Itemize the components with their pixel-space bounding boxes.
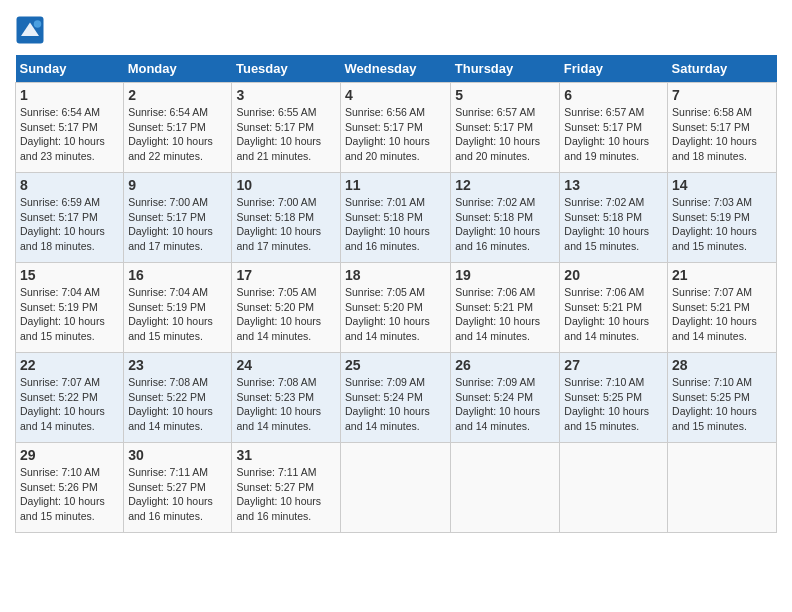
calendar-cell: 7Sunrise: 6:58 AM Sunset: 5:17 PM Daylig… — [668, 83, 777, 173]
calendar-cell: 14Sunrise: 7:03 AM Sunset: 5:19 PM Dayli… — [668, 173, 777, 263]
calendar-cell: 4Sunrise: 6:56 AM Sunset: 5:17 PM Daylig… — [341, 83, 451, 173]
day-info: Sunrise: 7:10 AM Sunset: 5:25 PM Dayligh… — [672, 375, 772, 434]
calendar-cell: 23Sunrise: 7:08 AM Sunset: 5:22 PM Dayli… — [124, 353, 232, 443]
calendar-week-row: 8Sunrise: 6:59 AM Sunset: 5:17 PM Daylig… — [16, 173, 777, 263]
day-number: 17 — [236, 267, 336, 283]
day-info: Sunrise: 7:09 AM Sunset: 5:24 PM Dayligh… — [455, 375, 555, 434]
calendar-cell: 25Sunrise: 7:09 AM Sunset: 5:24 PM Dayli… — [341, 353, 451, 443]
day-info: Sunrise: 7:06 AM Sunset: 5:21 PM Dayligh… — [455, 285, 555, 344]
day-number: 31 — [236, 447, 336, 463]
weekday-header: Saturday — [668, 55, 777, 83]
day-info: Sunrise: 7:11 AM Sunset: 5:27 PM Dayligh… — [236, 465, 336, 524]
day-number: 16 — [128, 267, 227, 283]
logo-icon — [15, 15, 45, 45]
weekday-row: SundayMondayTuesdayWednesdayThursdayFrid… — [16, 55, 777, 83]
day-info: Sunrise: 7:00 AM Sunset: 5:18 PM Dayligh… — [236, 195, 336, 254]
day-info: Sunrise: 6:57 AM Sunset: 5:17 PM Dayligh… — [564, 105, 663, 164]
calendar-cell: 6Sunrise: 6:57 AM Sunset: 5:17 PM Daylig… — [560, 83, 668, 173]
day-info: Sunrise: 6:54 AM Sunset: 5:17 PM Dayligh… — [128, 105, 227, 164]
calendar-week-row: 1Sunrise: 6:54 AM Sunset: 5:17 PM Daylig… — [16, 83, 777, 173]
calendar-body: 1Sunrise: 6:54 AM Sunset: 5:17 PM Daylig… — [16, 83, 777, 533]
calendar-cell: 26Sunrise: 7:09 AM Sunset: 5:24 PM Dayli… — [451, 353, 560, 443]
day-number: 21 — [672, 267, 772, 283]
day-info: Sunrise: 7:11 AM Sunset: 5:27 PM Dayligh… — [128, 465, 227, 524]
day-number: 18 — [345, 267, 446, 283]
calendar-cell: 15Sunrise: 7:04 AM Sunset: 5:19 PM Dayli… — [16, 263, 124, 353]
calendar-cell — [451, 443, 560, 533]
calendar-week-row: 15Sunrise: 7:04 AM Sunset: 5:19 PM Dayli… — [16, 263, 777, 353]
day-info: Sunrise: 7:02 AM Sunset: 5:18 PM Dayligh… — [455, 195, 555, 254]
day-info: Sunrise: 7:08 AM Sunset: 5:22 PM Dayligh… — [128, 375, 227, 434]
calendar-cell — [341, 443, 451, 533]
calendar-cell: 10Sunrise: 7:00 AM Sunset: 5:18 PM Dayli… — [232, 173, 341, 263]
day-info: Sunrise: 7:06 AM Sunset: 5:21 PM Dayligh… — [564, 285, 663, 344]
logo — [15, 15, 49, 45]
day-number: 4 — [345, 87, 446, 103]
day-number: 29 — [20, 447, 119, 463]
day-number: 7 — [672, 87, 772, 103]
day-number: 27 — [564, 357, 663, 373]
day-info: Sunrise: 7:00 AM Sunset: 5:17 PM Dayligh… — [128, 195, 227, 254]
day-info: Sunrise: 7:10 AM Sunset: 5:26 PM Dayligh… — [20, 465, 119, 524]
weekday-header: Thursday — [451, 55, 560, 83]
calendar-cell: 13Sunrise: 7:02 AM Sunset: 5:18 PM Dayli… — [560, 173, 668, 263]
weekday-header: Wednesday — [341, 55, 451, 83]
day-number: 22 — [20, 357, 119, 373]
day-number: 3 — [236, 87, 336, 103]
day-number: 8 — [20, 177, 119, 193]
calendar-cell: 21Sunrise: 7:07 AM Sunset: 5:21 PM Dayli… — [668, 263, 777, 353]
calendar-cell: 16Sunrise: 7:04 AM Sunset: 5:19 PM Dayli… — [124, 263, 232, 353]
calendar-cell: 27Sunrise: 7:10 AM Sunset: 5:25 PM Dayli… — [560, 353, 668, 443]
calendar-cell: 24Sunrise: 7:08 AM Sunset: 5:23 PM Dayli… — [232, 353, 341, 443]
day-number: 11 — [345, 177, 446, 193]
calendar-cell: 22Sunrise: 7:07 AM Sunset: 5:22 PM Dayli… — [16, 353, 124, 443]
calendar-cell: 11Sunrise: 7:01 AM Sunset: 5:18 PM Dayli… — [341, 173, 451, 263]
day-number: 23 — [128, 357, 227, 373]
day-info: Sunrise: 6:57 AM Sunset: 5:17 PM Dayligh… — [455, 105, 555, 164]
day-number: 13 — [564, 177, 663, 193]
calendar-cell: 1Sunrise: 6:54 AM Sunset: 5:17 PM Daylig… — [16, 83, 124, 173]
day-info: Sunrise: 7:07 AM Sunset: 5:21 PM Dayligh… — [672, 285, 772, 344]
day-info: Sunrise: 6:54 AM Sunset: 5:17 PM Dayligh… — [20, 105, 119, 164]
calendar-header: SundayMondayTuesdayWednesdayThursdayFrid… — [16, 55, 777, 83]
day-number: 14 — [672, 177, 772, 193]
day-info: Sunrise: 7:02 AM Sunset: 5:18 PM Dayligh… — [564, 195, 663, 254]
page-header — [15, 15, 777, 45]
day-number: 9 — [128, 177, 227, 193]
calendar-cell: 29Sunrise: 7:10 AM Sunset: 5:26 PM Dayli… — [16, 443, 124, 533]
day-info: Sunrise: 7:05 AM Sunset: 5:20 PM Dayligh… — [345, 285, 446, 344]
day-info: Sunrise: 7:04 AM Sunset: 5:19 PM Dayligh… — [128, 285, 227, 344]
calendar-cell: 18Sunrise: 7:05 AM Sunset: 5:20 PM Dayli… — [341, 263, 451, 353]
day-number: 15 — [20, 267, 119, 283]
day-info: Sunrise: 6:56 AM Sunset: 5:17 PM Dayligh… — [345, 105, 446, 164]
day-number: 5 — [455, 87, 555, 103]
day-info: Sunrise: 7:04 AM Sunset: 5:19 PM Dayligh… — [20, 285, 119, 344]
day-number: 28 — [672, 357, 772, 373]
day-info: Sunrise: 7:09 AM Sunset: 5:24 PM Dayligh… — [345, 375, 446, 434]
day-number: 10 — [236, 177, 336, 193]
day-number: 25 — [345, 357, 446, 373]
day-number: 1 — [20, 87, 119, 103]
day-number: 2 — [128, 87, 227, 103]
day-info: Sunrise: 7:07 AM Sunset: 5:22 PM Dayligh… — [20, 375, 119, 434]
day-info: Sunrise: 6:55 AM Sunset: 5:17 PM Dayligh… — [236, 105, 336, 164]
svg-point-2 — [34, 20, 42, 28]
calendar-cell — [668, 443, 777, 533]
calendar-week-row: 29Sunrise: 7:10 AM Sunset: 5:26 PM Dayli… — [16, 443, 777, 533]
calendar-cell: 9Sunrise: 7:00 AM Sunset: 5:17 PM Daylig… — [124, 173, 232, 263]
day-info: Sunrise: 7:08 AM Sunset: 5:23 PM Dayligh… — [236, 375, 336, 434]
calendar-cell — [560, 443, 668, 533]
day-number: 30 — [128, 447, 227, 463]
day-info: Sunrise: 7:05 AM Sunset: 5:20 PM Dayligh… — [236, 285, 336, 344]
calendar-cell: 30Sunrise: 7:11 AM Sunset: 5:27 PM Dayli… — [124, 443, 232, 533]
day-number: 26 — [455, 357, 555, 373]
calendar-table: SundayMondayTuesdayWednesdayThursdayFrid… — [15, 55, 777, 533]
day-info: Sunrise: 7:03 AM Sunset: 5:19 PM Dayligh… — [672, 195, 772, 254]
calendar-week-row: 22Sunrise: 7:07 AM Sunset: 5:22 PM Dayli… — [16, 353, 777, 443]
day-info: Sunrise: 6:59 AM Sunset: 5:17 PM Dayligh… — [20, 195, 119, 254]
day-number: 12 — [455, 177, 555, 193]
day-info: Sunrise: 7:01 AM Sunset: 5:18 PM Dayligh… — [345, 195, 446, 254]
calendar-cell: 8Sunrise: 6:59 AM Sunset: 5:17 PM Daylig… — [16, 173, 124, 263]
calendar-cell: 5Sunrise: 6:57 AM Sunset: 5:17 PM Daylig… — [451, 83, 560, 173]
calendar-cell: 3Sunrise: 6:55 AM Sunset: 5:17 PM Daylig… — [232, 83, 341, 173]
